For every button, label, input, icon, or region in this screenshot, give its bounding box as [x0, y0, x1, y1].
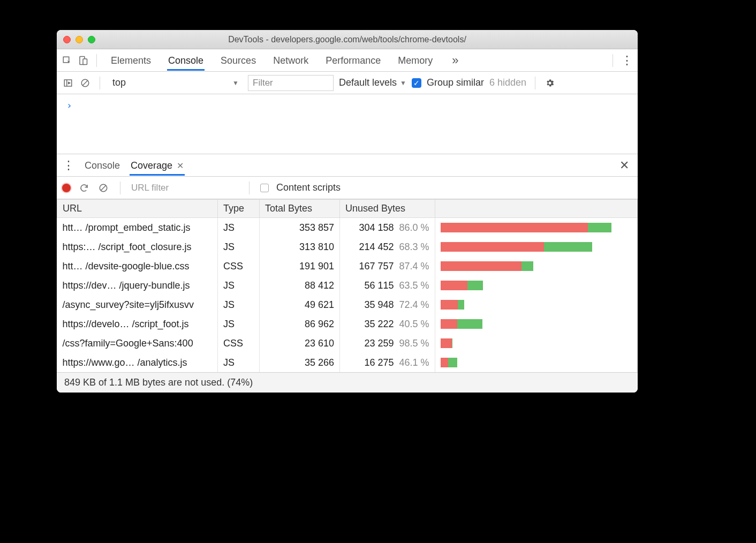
log-levels-label: Default levels [339, 77, 397, 88]
console-body[interactable]: › [57, 94, 638, 154]
console-filter-bar: top ▼ Default levels ▼ ✓ Group similar 6… [57, 72, 638, 94]
gear-icon[interactable] [544, 77, 556, 89]
cell-bar [435, 257, 638, 276]
drawer-menu-icon[interactable]: ⋮ [62, 159, 75, 172]
cell-unused: 35 94872.4 % [340, 295, 435, 314]
coverage-footer: 849 KB of 1.1 MB bytes are not used. (74… [57, 372, 638, 393]
cell-total: 191 901 [260, 257, 340, 276]
cell-type: JS [218, 314, 260, 334]
cell-total: 313 810 [260, 237, 340, 257]
cell-type: JS [218, 218, 260, 238]
col-total-bytes[interactable]: Total Bytes [260, 200, 340, 218]
separator [613, 54, 613, 67]
cell-total: 353 857 [260, 218, 340, 238]
clear-console-icon[interactable] [79, 77, 91, 89]
cell-unused: 16 27546.1 % [340, 353, 435, 372]
cell-bar [435, 353, 638, 372]
table-row[interactable]: https://develo… /script_foot.jsJS86 9623… [57, 314, 638, 334]
cell-url: /async_survey?site=ylj5ifxusvv [57, 295, 218, 314]
cell-url: htt… /devsite-google-blue.css [57, 257, 218, 276]
col-type[interactable]: Type [218, 200, 260, 218]
cell-total: 88 412 [260, 276, 340, 295]
svg-line-9 [101, 185, 106, 190]
context-selector[interactable]: top ▼ [109, 76, 243, 90]
cell-url: /css?family=Google+Sans:400 [57, 334, 218, 353]
tab-elements[interactable]: Elements [110, 50, 152, 71]
devtools-window: DevTools - developers.google.com/web/too… [57, 30, 638, 393]
log-levels-selector[interactable]: Default levels ▼ [339, 77, 406, 88]
content-scripts-checkbox[interactable] [260, 184, 269, 192]
cell-unused: 35 22240.5 % [340, 314, 435, 334]
cell-bar [435, 276, 638, 295]
col-url[interactable]: URL [57, 200, 218, 218]
table-row[interactable]: htt… /prompt_embed_static.jsJS353 857304… [57, 218, 638, 238]
chevron-down-icon: ▼ [232, 79, 239, 87]
drawer-tab-console[interactable]: Console [84, 155, 121, 176]
tab-network[interactable]: Network [272, 50, 309, 71]
tab-memory[interactable]: Memory [397, 50, 434, 71]
inspect-element-icon[interactable] [61, 55, 73, 66]
close-tab-icon[interactable]: ✕ [177, 161, 184, 171]
cell-unused: 56 11563.5 % [340, 276, 435, 295]
clear-icon[interactable] [97, 182, 109, 194]
panel-tabs: Elements Console Sources Network Perform… [110, 50, 605, 71]
cell-total: 86 962 [260, 314, 340, 334]
console-prompt: › [66, 100, 72, 111]
cell-unused: 167 75787.4 % [340, 257, 435, 276]
drawer-tabbar: ⋮ Console Coverage ✕ ✕ [57, 154, 638, 177]
table-row[interactable]: https://dev… /jquery-bundle.jsJS88 41256… [57, 276, 638, 295]
console-filter-input[interactable] [248, 75, 334, 91]
cell-type: CSS [218, 334, 260, 353]
svg-line-7 [83, 80, 88, 85]
table-row[interactable]: /async_survey?site=ylj5ifxusvvJS49 62135… [57, 295, 638, 314]
cell-url: https://dev… /jquery-bundle.js [57, 276, 218, 295]
drawer-tab-coverage[interactable]: Coverage ✕ [130, 155, 185, 176]
cell-bar [435, 295, 638, 314]
col-visualization[interactable] [435, 200, 638, 218]
cell-unused: 304 15886.0 % [340, 218, 435, 237]
url-filter-input[interactable] [131, 183, 238, 193]
show-console-sidebar-icon[interactable] [62, 77, 74, 89]
window-title: DevTools - developers.google.com/web/too… [57, 35, 638, 44]
group-similar-checkbox[interactable]: ✓ [412, 78, 421, 88]
record-button[interactable] [62, 184, 71, 192]
table-row[interactable]: https://www.go… /analytics.jsJS35 26616 … [57, 353, 638, 372]
device-toolbar-icon[interactable] [77, 55, 89, 66]
cell-url: https:… /script_foot_closure.js [57, 237, 218, 257]
context-value: top [112, 77, 126, 88]
tab-sources[interactable]: Sources [220, 50, 257, 71]
cell-unused: 214 45268.3 % [340, 237, 435, 257]
cell-type: CSS [218, 257, 260, 276]
svg-rect-2 [83, 59, 87, 65]
col-unused-bytes[interactable]: Unused Bytes [340, 200, 435, 218]
cell-total: 49 621 [260, 295, 340, 314]
cell-url: https://www.go… /analytics.js [57, 353, 218, 372]
coverage-toolbar: Content scripts [57, 177, 638, 199]
coverage-table: URL Type Total Bytes Unused Bytes htt… /… [57, 199, 638, 372]
tab-performance[interactable]: Performance [324, 50, 382, 71]
table-row[interactable]: https:… /script_foot_closure.jsJS313 810… [57, 237, 638, 257]
svg-marker-5 [69, 82, 70, 84]
cell-total: 23 610 [260, 334, 340, 353]
separator [120, 182, 120, 194]
table-row[interactable]: htt… /devsite-google-blue.cssCSS191 9011… [57, 257, 638, 276]
cell-bar [435, 218, 638, 238]
cell-type: JS [218, 276, 260, 295]
close-drawer-icon[interactable]: ✕ [616, 159, 632, 172]
cell-type: JS [218, 237, 260, 257]
chevron-down-icon: ▼ [400, 79, 406, 87]
tab-console[interactable]: Console [167, 50, 205, 71]
hidden-count[interactable]: 6 hidden [489, 77, 526, 88]
cell-unused: 23 25998.5 % [340, 334, 435, 353]
more-tabs-icon[interactable]: » [449, 54, 462, 67]
cell-bar [435, 237, 638, 257]
separator [100, 77, 100, 89]
table-header-row: URL Type Total Bytes Unused Bytes [57, 200, 638, 218]
cell-type: JS [218, 353, 260, 372]
cell-bar [435, 314, 638, 334]
table-row[interactable]: /css?family=Google+Sans:400CSS23 61023 2… [57, 334, 638, 353]
reload-icon[interactable] [78, 182, 90, 194]
settings-menu-icon[interactable]: ⋮ [621, 54, 633, 67]
cell-type: JS [218, 295, 260, 314]
separator [249, 182, 250, 194]
